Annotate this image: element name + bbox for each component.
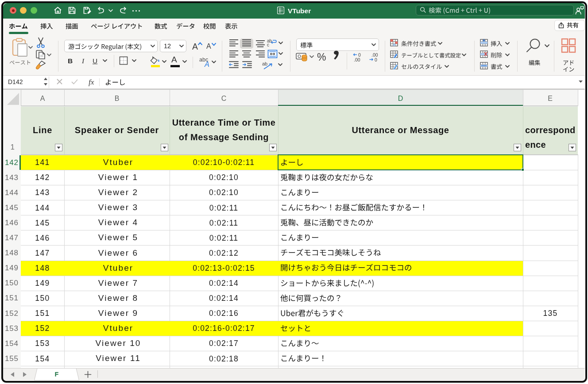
svg-text:.00: .00: [354, 57, 360, 62]
svg-text:c: c: [267, 42, 269, 47]
svg-text:0: 0: [375, 57, 377, 62]
svg-text:ab: ab: [262, 61, 267, 66]
